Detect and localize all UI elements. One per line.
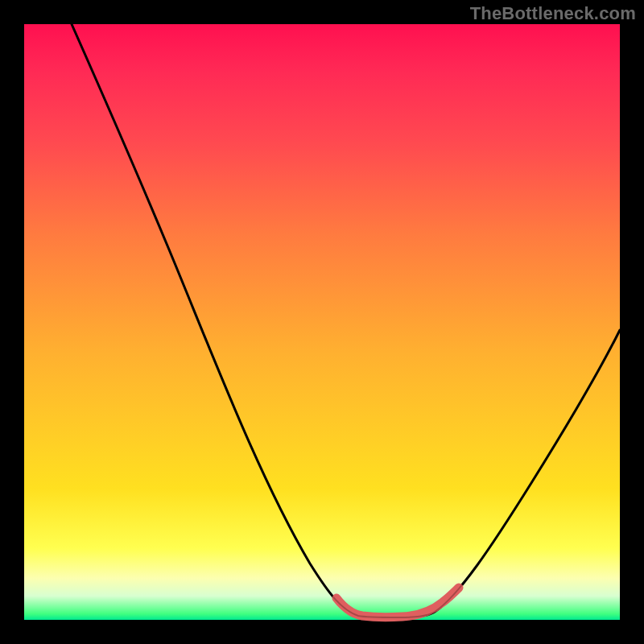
chart-frame: TheBottleneck.com (0, 0, 644, 644)
bottleneck-curve-path-overlay (72, 24, 620, 617)
highlight-valley-path (336, 588, 459, 617)
chart-curve-layer (24, 24, 620, 620)
bottleneck-curve-path (72, 24, 620, 617)
watermark-text: TheBottleneck.com (470, 3, 636, 24)
